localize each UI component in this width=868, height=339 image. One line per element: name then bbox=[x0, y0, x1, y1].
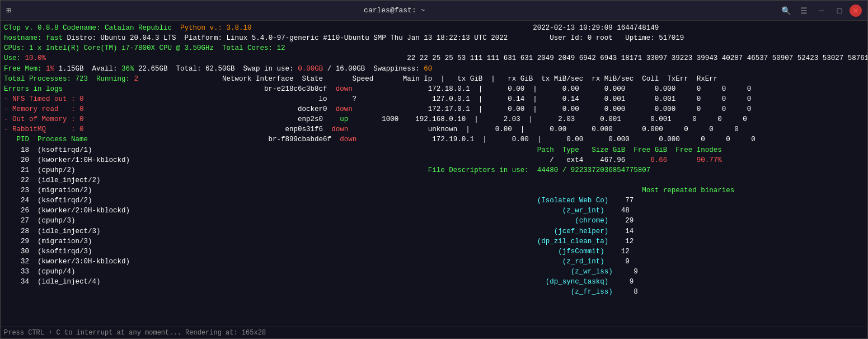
line-errors-net1: Errors in logs br-e218c6c3b8cf down 172.… bbox=[4, 84, 864, 94]
line-pid30-jfscommit: 30 (ksoftirqd/3) (jfsCommit) 12 bbox=[4, 247, 864, 257]
line-pid21-fd: 21 (cpuhp/2) File Descriptors in use: 44… bbox=[4, 165, 864, 175]
titlebar: ⊞ carles@fast: ~ 🔍 ☰ ─ □ ✕ bbox=[1, 1, 867, 21]
terminal-icon: ⊞ bbox=[6, 6, 11, 15]
line-zfriss: (z_fr_iss) 8 bbox=[4, 287, 864, 297]
line-pid18-path-header: 18 (ksoftirqd/1) Path Type Size GiB Free… bbox=[4, 145, 864, 155]
line-nfs-lo: - NFS Timed out : 0 lo ? 127.0.0.1 | 0.1… bbox=[4, 94, 864, 104]
menu-button[interactable]: ☰ bbox=[796, 3, 811, 18]
line-pid32-zrdint: 32 (kworker/3:0H-kblockd) (z_rd_int) 9 bbox=[4, 257, 864, 267]
line-use: Use: 10.0% 22 22 25 25 53 111 111 631 63… bbox=[4, 53, 864, 63]
terminal-window: ⊞ carles@fast: ~ 🔍 ☰ ─ □ ✕ CTop v. 0.8.8… bbox=[0, 0, 868, 339]
close-button[interactable]: ✕ bbox=[850, 4, 862, 17]
line-pid23-most-header: 23 (migration/2) Most repeated binaries bbox=[4, 185, 864, 196]
line-pid22: 22 (idle_inject/2) bbox=[4, 175, 864, 185]
titlebar-left: ⊞ bbox=[6, 6, 11, 15]
minimize-button[interactable]: ─ bbox=[814, 3, 829, 18]
line-pid24-isolated: 24 (ksoftirqd/2) (Isolated Web Co) 77 bbox=[4, 196, 864, 206]
titlebar-controls: 🔍 ☰ ─ □ ✕ bbox=[778, 3, 862, 18]
line-pid28-jcef: 28 (idle_inject/3) (jcef_helper) 14 bbox=[4, 226, 864, 236]
window-title: carles@fast: ~ bbox=[364, 6, 425, 15]
line-oom-enp2s0: - Out of Memory : 0 enp2s0 up 1000 192.1… bbox=[4, 114, 864, 124]
line-rabbit-enp0: - RabbitMQ : 0 enp0s31f6 down unknown | … bbox=[4, 124, 864, 134]
line-ctop-header: CTop v. 0.8.8 Codename: Catalan Republic… bbox=[4, 23, 864, 33]
line-memread-docker: - Memory read : 0 docker0 down 172.17.0.… bbox=[4, 104, 864, 114]
line-pid34-dpsynctaskq: 34 (idle_inject/4) (dp_sync_taskq) 9 bbox=[4, 277, 864, 287]
line-pid27-chrome: 27 (cpuhp/3) (chrome) 29 bbox=[4, 216, 864, 226]
line-pid29-dpzil: 29 (migration/3) (dp_zil_clean_ta) 12 bbox=[4, 236, 864, 247]
search-button[interactable]: 🔍 bbox=[778, 3, 794, 18]
maximize-button[interactable]: □ bbox=[832, 3, 847, 18]
line-free-mem: Free Mem: 1% 1.15GB Avail: 36% 22.65GB T… bbox=[4, 64, 864, 74]
line-hostname: hostname: fast Distro: Ubuntu 20.04.3 LT… bbox=[4, 33, 864, 43]
statusbar-text: Press CTRL + C to interrupt at any momen… bbox=[4, 329, 266, 337]
line-processes-net-header: Total Processes: 723 Running: 2 Network … bbox=[4, 74, 864, 84]
line-pid-header-brf899: PID Process Name br-f899cbabde6f down 17… bbox=[4, 134, 864, 145]
line-cpus: CPUs: 1 x Intel(R) Core(TM) i7-7800X CPU… bbox=[4, 43, 864, 53]
terminal-content: CTop v. 0.8.8 Codename: Catalan Republic… bbox=[1, 21, 867, 327]
line-pid33-zwriss: 33 (cpuhp/4) (z_wr_iss) 9 bbox=[4, 267, 864, 277]
line-pid20-fs: 20 (kworker/1:0H-kblockd) / ext4 467.96 … bbox=[4, 155, 864, 165]
line-pid26-zwrint: 26 (kworker/2:0H-kblockd) (z_wr_int) 48 bbox=[4, 206, 864, 216]
statusbar: Press CTRL + C to interrupt at any momen… bbox=[1, 327, 867, 338]
